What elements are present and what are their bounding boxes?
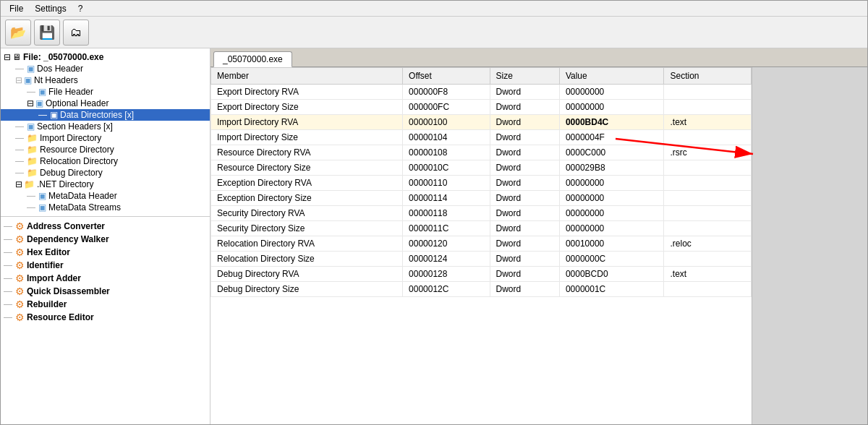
sidebar-item-nt-headers[interactable]: ⊟ ▣ Nt Headers: [1, 74, 210, 86]
table-row[interactable]: Resource Directory Size0000010CDword0000…: [211, 160, 752, 176]
sidebar-item-optional-header[interactable]: ⊟ ▣ Optional Header: [1, 98, 210, 109]
sidebar-item-file-root[interactable]: ⊟ 🖥 File: _05070000.exe: [1, 51, 210, 63]
tool-icon-import-adder: ⚙: [15, 272, 25, 284]
copy-button[interactable]: 🗂: [63, 20, 89, 46]
sidebar-item-import-adder[interactable]: — ⚙ Import Adder: [1, 272, 210, 285]
sidebar-item-quick-disassembler[interactable]: — ⚙ Quick Disassembler: [1, 285, 210, 298]
tree-dash-7: —: [4, 299, 12, 309]
sidebar-label-nt-headers: Nt Headers: [34, 75, 78, 85]
col-offset: Offset: [403, 68, 490, 85]
expand-icon3: ⊟: [15, 179, 22, 189]
expand-icon2: ⊟: [27, 98, 34, 108]
sidebar-label-resource-directory: Resource Directory: [40, 145, 114, 155]
table-row[interactable]: Import Directory RVA00000100Dword0000BD4…: [211, 115, 752, 130]
tree-line10: —: [27, 191, 35, 201]
save-icon: 💾: [39, 25, 55, 40]
sidebar-label-metadata-streams: MetaData Streams: [48, 202, 121, 212]
menu-file[interactable]: File: [4, 2, 29, 15]
table-row[interactable]: Resource Directory RVA00000108Dword0000C…: [211, 145, 752, 160]
sidebar-item-relocation-directory[interactable]: — 📁 Relocation Directory: [1, 155, 210, 167]
sidebar-item-dependency-walker[interactable]: — ⚙ Dependency Walker: [1, 233, 210, 246]
table-row[interactable]: Export Directory Size000000FCDword000000…: [211, 100, 752, 115]
tool-icon-dependency: ⚙: [15, 233, 25, 245]
table-row[interactable]: Export Directory RVA000000F8Dword0000000…: [211, 85, 752, 100]
sidebar-item-identifier[interactable]: — ⚙ Identifier: [1, 259, 210, 272]
data-table-container: Member Offset Size Value Section Export …: [210, 67, 752, 424]
save-button[interactable]: 💾: [34, 20, 60, 46]
sidebar-item-hex-editor[interactable]: — ⚙ Hex Editor: [1, 246, 210, 259]
sidebar-item-metadata-streams[interactable]: — ▣ MetaData Streams: [1, 202, 210, 213]
sidebar-item-resource-editor[interactable]: — ⚙ Resource Editor: [1, 311, 210, 324]
data-table: Member Offset Size Value Section Export …: [210, 67, 752, 297]
sidebar-item-file-header[interactable]: — ▣ File Header: [1, 86, 210, 98]
doc-icon2: ▣: [24, 75, 32, 85]
table-row[interactable]: Debug Directory Size0000012CDword0000001…: [211, 282, 752, 297]
sidebar-label-data-directories: Data Directories [x]: [60, 110, 134, 120]
sidebar-label-net-directory: .NET Directory: [37, 179, 93, 189]
folder-icon-net: 📁: [24, 179, 35, 189]
tree-line5: —: [15, 121, 24, 132]
table-row[interactable]: Relocation Directory RVA00000120Dword000…: [211, 236, 752, 252]
tool-icon-rebuilder: ⚙: [15, 299, 25, 310]
sidebar: ⊟ 🖥 File: _05070000.exe — ▣ Dos Header ⊟…: [1, 48, 210, 424]
tree-line: —: [15, 64, 24, 74]
folder-icon-resource: 📁: [27, 145, 38, 155]
tab-bar: _05070000.exe: [210, 48, 867, 67]
sidebar-item-debug-directory[interactable]: — 📁 Debug Directory: [1, 167, 210, 179]
tree-dash-5: —: [4, 273, 12, 283]
sidebar-label-address-converter: Address Converter: [27, 221, 105, 231]
sidebar-label-hex-editor: Hex Editor: [27, 247, 70, 257]
sidebar-item-import-directory[interactable]: — 📁 Import Directory: [1, 132, 210, 144]
sidebar-item-section-headers[interactable]: — ▣ Section Headers [x]: [1, 121, 210, 132]
doc-icon4: ▣: [35, 98, 43, 108]
sidebar-item-data-directories[interactable]: — ▣ Data Directories [x]: [1, 109, 210, 121]
doc-icon8: ▣: [38, 202, 46, 212]
col-value: Value: [559, 68, 664, 85]
tool-icon-identifier: ⚙: [15, 259, 25, 271]
tree-dash-1: —: [4, 221, 12, 231]
doc-icon5: ▣: [50, 110, 58, 120]
tool-icon-hex: ⚙: [15, 246, 25, 258]
table-row[interactable]: Debug Directory RVA00000128Dword0000BCD0…: [211, 267, 752, 282]
sidebar-label-identifier: Identifier: [27, 260, 64, 270]
sidebar-label-optional-header: Optional Header: [46, 98, 109, 108]
tree-line3: —: [27, 87, 35, 97]
table-row[interactable]: Security Directory Size0000011CDword0000…: [211, 221, 752, 236]
menu-help[interactable]: ?: [72, 2, 89, 15]
menu-settings[interactable]: Settings: [29, 2, 72, 15]
doc-icon7: ▣: [38, 191, 46, 201]
tree-line4: —: [38, 110, 47, 120]
sidebar-item-address-converter[interactable]: — ⚙ Address Converter: [1, 220, 210, 233]
sidebar-item-net-directory[interactable]: ⊟ 📁 .NET Directory: [1, 179, 210, 190]
content-area: _05070000.exe Member Offset Size Value S…: [210, 48, 867, 424]
table-row[interactable]: Exception Directory Size00000114Dword000…: [211, 191, 752, 206]
tool-icon-address: ⚙: [15, 220, 25, 232]
expand-icon: ⊟: [4, 52, 11, 62]
sidebar-label-import-adder: Import Adder: [27, 273, 81, 283]
sidebar-label-quick-disassembler: Quick Disassembler: [27, 286, 110, 296]
table-row[interactable]: Relocation Directory Size00000124Dword00…: [211, 252, 752, 267]
copy-icon: 🗂: [70, 26, 82, 39]
table-row[interactable]: Exception Directory RVA00000110Dword0000…: [211, 176, 752, 191]
file-icon: 🖥: [12, 52, 21, 62]
col-section: Section: [664, 68, 752, 85]
sidebar-label-debug-directory: Debug Directory: [40, 168, 103, 178]
sidebar-item-resource-directory[interactable]: — 📁 Resource Directory: [1, 144, 210, 155]
table-row[interactable]: Security Directory RVA00000118Dword00000…: [211, 206, 752, 221]
right-panel: [752, 67, 867, 424]
col-size: Size: [490, 68, 559, 85]
doc-icon6: ▣: [27, 121, 35, 132]
toolbar: 📂 💾 🗂: [1, 17, 867, 48]
doc-icon: ▣: [27, 64, 35, 74]
sidebar-item-metadata-header[interactable]: — ▣ MetaData Header: [1, 190, 210, 202]
table-row[interactable]: Import Directory Size00000104Dword000000…: [211, 130, 752, 145]
tree-dash-6: —: [4, 286, 12, 296]
app-window: File Settings ? 📂 💾 🗂 ⊟ 🖥 File: _0507000…: [0, 0, 868, 425]
tool-icon-quick-disasm: ⚙: [15, 286, 25, 297]
sidebar-label-dos-header: Dos Header: [37, 64, 83, 74]
menu-bar: File Settings ?: [1, 1, 867, 17]
sidebar-item-dos-header[interactable]: — ▣ Dos Header: [1, 63, 210, 74]
open-button[interactable]: 📂: [5, 20, 31, 46]
sidebar-item-rebuilder[interactable]: — ⚙ Rebuilder: [1, 298, 210, 311]
tab-exe[interactable]: _05070000.exe: [213, 51, 292, 67]
